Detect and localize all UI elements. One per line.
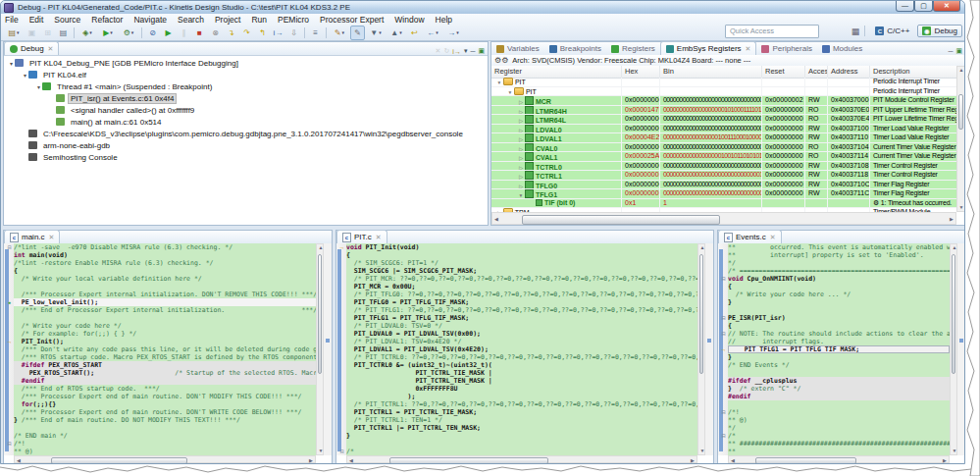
external-tools-button[interactable]: ⚙▾ [119,26,138,40]
code-line[interactable]: void Cpu_OnNMIINT(void) [728,275,950,283]
code-line[interactable]: ); [346,393,697,400]
code-line[interactable]: /* PIT_MCR: ??=0,??=0,??=0,??=0,??=0,??=… [346,275,697,283]
code-line[interactable]: ** @) [14,448,316,455]
tree-twisty-icon[interactable]: ▷ [517,108,525,115]
instruction-pointer-icon[interactable]: → [5,338,14,345]
dropdown-arrow-icon[interactable]: ▾ [379,26,382,39]
debug-tree-item[interactable]: PIT_isr() at Events.c:61 0x4f4 [4,92,488,104]
tab-debug[interactable]: Debug ✕ [4,41,59,55]
tab-breakpoints[interactable]: Breakpoints [544,42,606,55]
tree-twisty-icon[interactable]: ▾ [517,191,525,198]
new-wizard-button[interactable]: ▤▾ [4,26,24,40]
code-line[interactable]: /*** RTOS startup code. Macro PEX_RTOS_S… [14,353,316,361]
code-line[interactable]: /*! [14,440,316,448]
code-line[interactable]: // NOTE: The routine should include acti… [728,330,950,338]
fold-icon[interactable]: ⊟ [719,408,728,416]
fold-icon[interactable]: ⊟ [719,314,728,322]
instruction-stepping-mode-button[interactable]: i→ [452,48,461,55]
code-line[interactable]: PIT_LDVAL0 = PIT_LDVAL_TSV(0x00); [346,330,697,338]
code-line[interactable] [14,283,316,291]
tab-main-c[interactable]: cmain.c✕ [4,230,60,243]
code-line[interactable]: int main(void) [14,251,316,259]
register-row[interactable]: ▾ TFLG10x0000000100000000000000000000000… [491,189,956,199]
register-row[interactable]: ▷ LTMR64L0x00000000000000000000000000000… [491,115,956,125]
code-line[interactable]: /* END Events */ [728,361,950,369]
instruction-stepping-button[interactable]: i→ [271,26,285,40]
tree-twisty-icon[interactable]: ▷ [517,135,525,142]
code-line[interactable]: { [728,283,950,291]
tree-twisty-icon[interactable]: ▷ [517,145,525,152]
instruction-pointer-icon[interactable]: → [337,243,346,251]
code-line[interactable] [346,440,697,448]
code-line[interactable]: } [346,432,697,440]
code-line[interactable]: ** interrupt] property is set to 'Enable… [728,251,950,259]
step-return-button[interactable]: ↰ [255,26,270,40]
menu-search[interactable]: Search [178,15,204,25]
code-line[interactable]: /* PIT_LDVAL1: TSV=0x4E20 */ [346,338,697,345]
menu-window[interactable]: Window [394,15,424,25]
code-line[interactable]: } [728,353,950,361]
code-line[interactable]: PIT_TFLG0 = PIT_TFLG_TIF_MASK; [346,298,697,306]
tab-variables[interactable]: Variables [491,42,544,55]
code-line[interactable]: 0xFFFFFFF8U [346,385,697,393]
menu-run[interactable]: Run [251,15,267,25]
use-step-filters-button[interactable]: ≡ [308,26,323,40]
debug-tree-item[interactable]: C:\Freescale\KDS_v3\eclipse\plugins\com.… [4,128,488,139]
code-line[interactable]: PIT_TCTRL0 &= (uint32_t)~(uint32_t)( [346,361,697,369]
minimize-button[interactable]: — [896,1,914,12]
overview-ruler[interactable] [704,243,713,455]
fold-icon[interactable]: ⊟ [719,432,728,440]
code-line[interactable] [728,369,950,377]
instruction-pointer-icon[interactable]: → [719,345,728,353]
code-line[interactable] [728,400,950,408]
code-line[interactable]: } /* extern "C" */ [728,385,950,393]
tree-twisty-icon[interactable]: ▾ [8,60,15,67]
debug-tree-item[interactable]: main() at main.c:61 0x514 [4,116,488,128]
tab-registers[interactable]: Registers [606,42,660,55]
maximize-view-button[interactable]: ▣ [955,47,962,55]
drop-to-frame-button[interactable]: ⇩ [286,26,301,40]
code-line[interactable]: PIT_TFLG1 = PIT_TFLG_TIF_MASK; [346,314,697,322]
code-line[interactable]: PIT_MCR = 0x00U; [346,283,697,291]
register-row[interactable]: ▷ MCR0x000000000000000000000000000000000… [491,96,956,106]
code-line[interactable]: #endif [728,393,950,400]
perspective-cc[interactable]: CC/C++ [870,25,914,37]
code-area[interactable]: void PIT_Init(void){ /* SIM_SCGC6: PIT=1… [346,243,697,455]
fold-icon[interactable]: ⊟ [5,243,14,251]
dropdown-arrow-icon[interactable]: ▾ [89,26,92,39]
code-line[interactable]: #ifdef __cplusplus [728,377,950,385]
menu-edit[interactable]: Edit [29,15,44,25]
next-annotation-button[interactable]: ▼▾ [366,26,386,40]
code-line[interactable]: /*** Processor Expert end of main routin… [14,408,316,416]
close-icon[interactable]: ✕ [49,234,55,241]
code-line[interactable]: { [728,322,950,330]
code-line[interactable]: /*! [728,408,950,416]
fold-icon[interactable]: ⊟ [719,275,728,283]
menu-help[interactable]: Help [436,15,452,25]
embsys-vertical-scrollbar[interactable]: ▲ ▼ [956,66,965,212]
code-line[interactable]: /* Write your code here */ [14,322,316,330]
code-line[interactable]: /*** End of Processor Expert internal in… [14,306,316,314]
run-button[interactable]: ▶▾ [98,26,118,40]
debug-tree-item[interactable]: arm-none-eabi-gdb [4,139,488,151]
overview-ruler[interactable] [956,243,965,455]
menu-pemicro[interactable]: PEMicro [278,15,309,25]
column-header-register[interactable]: Register [491,66,622,78]
code-line[interactable]: // interrupt flags. [728,338,950,345]
menu-source[interactable]: Source [54,15,80,25]
register-row[interactable]: ▷ LTMR64H0x0000147B000000000000000000010… [491,106,956,116]
code-line[interactable]: PIT_TFLG1 = PIT_TFLG_TIF_MASK; [728,345,950,353]
tree-twisty-icon[interactable]: ▷ [517,154,525,161]
dropdown-arrow-icon[interactable]: ▾ [399,26,402,39]
code-line[interactable]: #ifdef PEX_RTOS_START [14,361,316,369]
code-line[interactable]: /* PIT_TCTRL1: TEN=1 */ [346,416,697,424]
code-line[interactable]: /* [346,448,697,455]
code-line[interactable]: /* PIT_TFLG1: ??=0,??=0,??=0,??=0,??=0,?… [346,306,697,314]
step-over-button[interactable]: ↷ [239,26,254,40]
code-line[interactable]: PIT_TCTRL_TIE_MASK | [346,369,697,377]
register-row[interactable]: ▾ PITPeriodic Interrupt Timer [491,87,956,97]
editor-vertical-scrollbar[interactable]: ▲▼ [950,243,957,455]
register-row[interactable]: ▷ TCTRL10x000000030000000000000000000000… [491,171,956,181]
close-icon[interactable]: ✕ [376,234,382,241]
code-line[interactable]: ** @) [728,416,950,424]
